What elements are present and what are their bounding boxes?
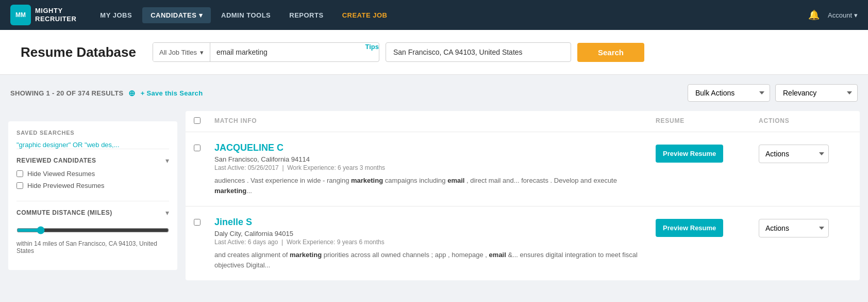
nav-candidates[interactable]: CANDIDATES ▾ [142, 7, 211, 23]
account-button[interactable]: Account ▾ [828, 11, 858, 19]
relevancy-select[interactable]: Relevancy Most Recent Last Active [775, 84, 858, 102]
candidate-1-info: JACQUELINE C San Francisco, California 9… [214, 142, 656, 196]
candidate-2-preview-button[interactable]: Preview Resume [656, 219, 723, 237]
results-header: SHOWING 1 - 20 OF 374 RESULTS ⊕ + Save t… [0, 75, 868, 111]
candidate-1-name[interactable]: JACQUELINE C [214, 142, 647, 153]
actions-col-header: ACTIONS [759, 117, 852, 125]
hide-viewed-row: Hide Viewed Resumes [16, 170, 169, 178]
row-1-checkbox-col [194, 142, 214, 153]
commute-title: COMMUTE DISTANCE (MILES) [16, 209, 112, 216]
commute-distance-header[interactable]: COMMUTE DISTANCE (MILES) ▾ [16, 209, 169, 217]
candidate-1-snippet: audiences . Vast experience in wide - ra… [214, 176, 647, 196]
row-2-checkbox[interactable] [194, 219, 201, 226]
candidate-2-meta: Last Active: 6 days ago | Work Experienc… [214, 239, 647, 246]
logo[interactable]: MM MIGHTYRECRUITER [10, 5, 76, 25]
nav-right: 🔔 Account ▾ [808, 9, 858, 21]
candidate-1-preview-button[interactable]: Preview Resume [656, 145, 723, 163]
table-header: MATCH INFO RESUME ACTIONS [186, 111, 860, 132]
results-count: SHOWING 1 - 20 OF 374 RESULTS [10, 89, 123, 97]
match-info-col-header: MATCH INFO [214, 117, 656, 125]
results-list: MATCH INFO RESUME ACTIONS JACQUELINE C S… [186, 111, 868, 302]
hide-viewed-checkbox[interactable] [16, 170, 23, 177]
reviewed-chevron-icon: ▾ [165, 156, 169, 165]
table-row: Jinelle S Daly City, California 94015 La… [186, 206, 860, 280]
saved-searches-title: SAVED SEARCHES [16, 130, 169, 136]
logo-text: MIGHTYRECRUITER [35, 7, 76, 23]
sidebar: SAVED SEARCHES "graphic designer" OR "we… [0, 111, 186, 302]
location-input[interactable] [386, 42, 571, 62]
resume-col-header: RESUME [656, 117, 759, 125]
bell-icon[interactable]: 🔔 [808, 9, 820, 21]
saved-search-item[interactable]: "graphic designer" OR "web des,... [16, 141, 169, 149]
candidate-2-location: Daly City, California 94015 [214, 230, 647, 237]
search-group: All Job Titles ▾ Tips [153, 42, 379, 62]
search-bar-section: Resume Database All Job Titles ▾ Tips Se… [0, 30, 868, 75]
page-title: Resume Database [21, 44, 136, 60]
candidate-2-actions-select[interactable]: Actions Send Message Export [759, 219, 829, 237]
commute-chevron-icon: ▾ [165, 209, 169, 217]
row-2-checkbox-col [194, 217, 214, 227]
nav-admin-tools[interactable]: ADMIN TOOLS [213, 7, 279, 23]
nav-items: MY JOBS CANDIDATES ▾ ADMIN TOOLS REPORTS… [92, 7, 808, 23]
select-all-checkbox[interactable] [194, 117, 201, 124]
candidate-1-meta: Last Active: 05/26/2017 | Work Experienc… [214, 164, 647, 171]
main-content: SAVED SEARCHES "graphic designer" OR "we… [0, 111, 868, 302]
hide-previewed-row: Hide Previewed Resumes [16, 182, 169, 189]
logo-icon: MM [10, 5, 31, 25]
table-row: JACQUELINE C San Francisco, California 9… [186, 132, 860, 206]
commute-slider[interactable] [16, 226, 169, 234]
results-info: SHOWING 1 - 20 OF 374 RESULTS ⊕ + Save t… [10, 88, 203, 98]
candidate-1-actions-select[interactable]: Actions Send Message Export [759, 145, 829, 163]
top-navigation: MM MIGHTYRECRUITER MY JOBS CANDIDATES ▾ … [0, 0, 868, 30]
hide-previewed-label: Hide Previewed Resumes [27, 182, 105, 189]
bulk-actions-select[interactable]: Bulk Actions Send Message Export [688, 84, 770, 102]
select-all-col [194, 117, 214, 125]
keyword-input[interactable] [210, 43, 363, 61]
results-table: MATCH INFO RESUME ACTIONS JACQUELINE C S… [186, 111, 860, 280]
save-search-link[interactable]: + Save this Search [141, 89, 203, 97]
results-controls: Bulk Actions Send Message Export Relevan… [688, 84, 858, 102]
job-title-dropdown[interactable]: All Job Titles ▾ [153, 43, 210, 61]
row-1-checkbox[interactable] [194, 145, 201, 151]
candidate-2-snippet: and creates alignment of marketing prior… [214, 250, 647, 270]
nav-my-jobs[interactable]: MY JOBS [92, 7, 140, 23]
candidate-2-actions-col: Actions Send Message Export [759, 217, 852, 237]
search-button[interactable]: Search [577, 43, 644, 62]
reviewed-candidates-section: REVIEWED CANDIDATES ▾ Hide Viewed Resume… [16, 149, 169, 201]
hide-viewed-label: Hide Viewed Resumes [27, 170, 95, 178]
commute-range-text: within 14 miles of San Francisco, CA 941… [16, 240, 169, 255]
reviewed-title: REVIEWED CANDIDATES [16, 157, 96, 164]
candidate-2-name[interactable]: Jinelle S [214, 217, 647, 228]
candidate-1-resume-col: Preview Resume [656, 142, 759, 163]
plus-icon: ⊕ [128, 88, 135, 98]
commute-distance-section: COMMUTE DISTANCE (MILES) ▾ within 14 mil… [16, 201, 169, 262]
reviewed-candidates-header[interactable]: REVIEWED CANDIDATES ▾ [16, 156, 169, 165]
nav-create-job[interactable]: CREATE JOB [334, 7, 396, 23]
tips-link[interactable]: Tips [365, 43, 379, 61]
candidate-2-info: Jinelle S Daly City, California 94015 La… [214, 217, 656, 270]
hide-previewed-checkbox[interactable] [16, 182, 23, 189]
candidate-1-actions-col: Actions Send Message Export [759, 142, 852, 163]
candidate-2-resume-col: Preview Resume [656, 217, 759, 237]
saved-searches-card: SAVED SEARCHES "graphic designer" OR "we… [8, 121, 177, 270]
candidate-1-location: San Francisco, California 94114 [214, 155, 647, 163]
nav-reports[interactable]: REPORTS [281, 7, 331, 23]
